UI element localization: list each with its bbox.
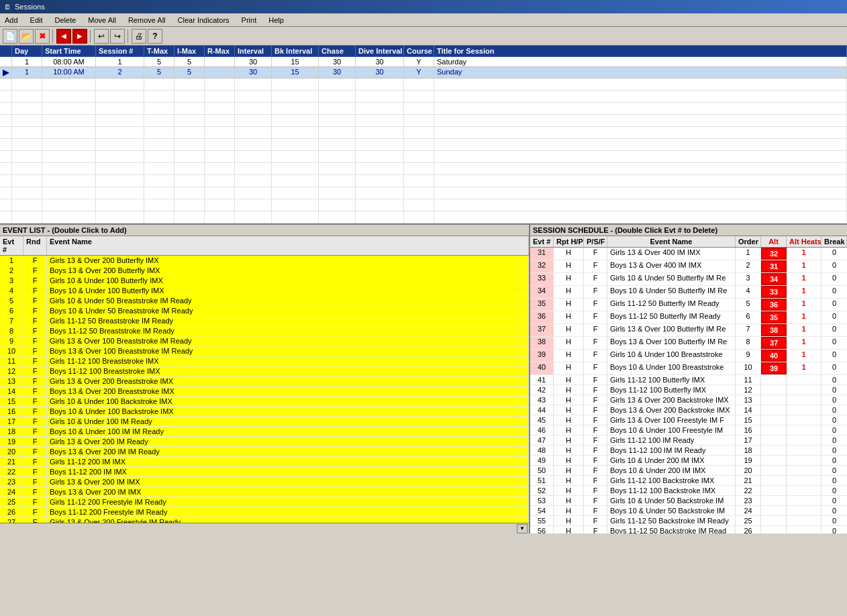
event-row[interactable]: 13FGirls 13 & Over 200 Breaststroke IMX bbox=[0, 376, 529, 387]
schedule-row[interactable]: 51HFGirls 11-12 100 Backstroke IMX210 bbox=[530, 476, 847, 486]
sched-psf: F bbox=[584, 466, 607, 475]
session-interval-1: 30 bbox=[235, 57, 272, 66]
event-row[interactable]: 19FGirls 13 & Over 200 IM Ready bbox=[0, 437, 529, 447]
sched-order: 11 bbox=[736, 375, 761, 384]
schedule-row[interactable]: 32HFBoys 13 & Over 400 IM IMX23110 bbox=[530, 260, 847, 273]
schedule-row[interactable]: 37HFGirls 13 & Over 100 Butterfly IM Re7… bbox=[530, 324, 847, 337]
menu-add[interactable]: Add bbox=[3, 15, 20, 25]
menu-remove-all[interactable]: Remove All bbox=[126, 15, 168, 25]
event-name: Girls 13 & Over 200 Freestyle IM Ready bbox=[47, 517, 518, 523]
event-row[interactable]: 17FGirls 10 & Under 100 IM Ready bbox=[0, 417, 529, 427]
schedule-row[interactable]: 45HFGirls 13 & Over 100 Freestyle IM F15… bbox=[530, 415, 847, 425]
sched-evt-num: 49 bbox=[530, 456, 554, 465]
menu-print[interactable]: Print bbox=[240, 15, 259, 25]
schedule-row[interactable]: 35HFGirls 11-12 50 Butterfly IM Ready536… bbox=[530, 299, 847, 311]
event-row[interactable]: 15FGirls 10 & Under 100 Backstroke IMX bbox=[0, 397, 529, 407]
event-row[interactable]: 10FBoys 13 & Over 100 Breaststroke IM Re… bbox=[0, 346, 529, 356]
event-scroll bbox=[518, 387, 529, 396]
event-row[interactable]: 16FBoys 10 & Under 100 Backstroke IMX bbox=[0, 407, 529, 417]
sched-rpt: H bbox=[554, 415, 584, 425]
schedule-row[interactable]: 54HFBoys 10 & Under 50 Backstroke IM240 bbox=[530, 506, 847, 516]
schedule-row[interactable]: 34HFBoys 10 & Under 50 Butterfly IM Re43… bbox=[530, 286, 847, 299]
schedule-row[interactable]: 43HFGirls 13 & Over 200 Backstroke IMX13… bbox=[530, 395, 847, 405]
event-row[interactable]: 3FGirls 10 & Under 100 Butterfly IMX bbox=[0, 276, 529, 286]
menu-move-all[interactable]: Move All bbox=[86, 15, 118, 25]
redo-button[interactable]: ↪ bbox=[110, 29, 125, 44]
event-row[interactable]: 25FGirls 11-12 200 Freestyle IM Ready bbox=[0, 497, 529, 507]
event-row[interactable]: 27FGirls 13 & Over 200 Freestyle IM Read… bbox=[0, 517, 529, 523]
event-row[interactable]: 11FGirls 11-12 100 Breaststroke IMX bbox=[0, 356, 529, 366]
sched-order: 19 bbox=[736, 456, 761, 465]
new-button[interactable]: 📄 bbox=[3, 29, 17, 44]
event-list-scrollbar[interactable]: ▼ bbox=[0, 523, 529, 533]
menu-clear-indicators[interactable]: Clear Indicators bbox=[176, 15, 232, 25]
sched-evt-num: 42 bbox=[530, 385, 554, 395]
schedule-row[interactable]: 50HFBoys 10 & Under 200 IM IMX200 bbox=[530, 466, 847, 476]
sched-break: 0 bbox=[821, 526, 847, 533]
event-row[interactable]: 7FGirls 11-12 50 Breaststroke IM Ready bbox=[0, 316, 529, 326]
event-row[interactable]: 8FBoys 11-12 50 Breaststroke IM Ready bbox=[0, 326, 529, 336]
event-row[interactable]: 22FBoys 11-12 200 IM IMX bbox=[0, 467, 529, 477]
schedule-row[interactable]: 40HFBoys 10 & Under 100 Breaststroke1039… bbox=[530, 362, 847, 375]
event-row[interactable]: 14FBoys 13 & Over 200 Breaststroke IMX bbox=[0, 387, 529, 397]
col-session: Session # bbox=[96, 46, 144, 57]
sched-break: 0 bbox=[821, 248, 847, 260]
next-button[interactable]: ▶ bbox=[72, 29, 87, 44]
prev-button[interactable]: ◀ bbox=[56, 29, 71, 44]
event-row[interactable]: 2FBoys 13 & Over 200 Butterfly IMX bbox=[0, 266, 529, 276]
schedule-row[interactable]: 39HFGirls 10 & Under 100 Breaststroke940… bbox=[530, 350, 847, 362]
sched-break: 0 bbox=[821, 446, 847, 455]
event-row[interactable]: 9FGirls 13 & Over 100 Breaststroke IM Re… bbox=[0, 336, 529, 346]
event-row[interactable]: 12FBoys 11-12 100 Breaststroke IMX bbox=[0, 366, 529, 376]
schedule-row[interactable]: 41HFGirls 11-12 100 Butterfly IMX110 bbox=[530, 375, 847, 385]
event-row[interactable]: 5FGirls 10 & Under 50 Breaststroke IM Re… bbox=[0, 296, 529, 306]
print-button[interactable]: 🖨 bbox=[132, 29, 146, 44]
menu-edit[interactable]: Edit bbox=[28, 15, 45, 25]
schedule-row[interactable]: 56HFBoys 11-12 50 Backstroke IM Read260 bbox=[530, 526, 847, 533]
event-scroll bbox=[518, 296, 529, 305]
scroll-down-arrow[interactable]: ▼ bbox=[517, 524, 528, 533]
sched-evt-num: 48 bbox=[530, 446, 554, 455]
sched-rpt: H bbox=[554, 385, 584, 395]
menu-help[interactable]: Help bbox=[266, 15, 286, 25]
event-scroll bbox=[518, 467, 529, 476]
schedule-row[interactable]: 36HFBoys 11-12 50 Butterfly IM Ready6351… bbox=[530, 311, 847, 324]
schedule-row[interactable]: 33HFGirls 10 & Under 50 Butterfly IM Re3… bbox=[530, 273, 847, 286]
event-row[interactable]: 24FBoys 13 & Over 200 IM IMX bbox=[0, 487, 529, 497]
schedule-row[interactable]: 38HFBoys 13 & Over 100 Butterfly IM Re83… bbox=[530, 337, 847, 350]
schedule-row[interactable]: 55HFGirls 11-12 50 Backstroke IM Ready25… bbox=[530, 516, 847, 526]
event-row[interactable]: 26FBoys 11-12 200 Freestyle IM Ready bbox=[0, 507, 529, 517]
sched-alt: 31 bbox=[761, 260, 787, 272]
schedule-row[interactable]: 44HFBoys 13 & Over 200 Backstroke IMX140 bbox=[530, 405, 847, 415]
schedule-row[interactable]: 46HFBoys 10 & Under 100 Freestyle IM160 bbox=[530, 425, 847, 435]
schedule-row[interactable]: 42HFBoys 11-12 100 Butterfly IMX120 bbox=[530, 385, 847, 395]
event-row[interactable]: 23FGirls 13 & Over 200 IM IMX bbox=[0, 477, 529, 487]
schedule-row[interactable]: 48HFBoys 11-12 100 IM IM Ready180 bbox=[530, 446, 847, 456]
sched-order: 1 bbox=[736, 248, 761, 260]
menu-delete[interactable]: Delete bbox=[53, 15, 79, 25]
schedule-row[interactable]: 49HFGirls 10 & Under 200 IM IMX190 bbox=[530, 456, 847, 466]
session-row-1[interactable]: 1 08:00 AM 1 5 5 30 15 30 30 Y Saturday bbox=[0, 57, 847, 67]
open-button[interactable]: 📂 bbox=[19, 29, 34, 44]
event-row[interactable]: 18FBoys 10 & Under 100 IM IM Ready bbox=[0, 427, 529, 437]
schedule-row[interactable]: 31HFGirls 13 & Over 400 IM IMX13210 bbox=[530, 248, 847, 260]
session-row-2[interactable]: ▶ 1 10:00 AM 2 5 5 30 15 30 30 Y Sunday bbox=[0, 67, 847, 79]
schedule-row[interactable]: 53HFGirls 10 & Under 50 Backstroke IM230 bbox=[530, 496, 847, 506]
sched-order: 26 bbox=[736, 526, 761, 533]
sched-alt-heats: 1 bbox=[787, 311, 821, 323]
sched-name: Boys 10 & Under 200 IM IMX bbox=[607, 466, 736, 475]
event-row[interactable]: 21FGirls 11-12 200 IM IMX bbox=[0, 457, 529, 467]
event-row[interactable]: 1FGirls 13 & Over 200 Butterfly IMX bbox=[0, 256, 529, 266]
schedule-row[interactable]: 47HFGirls 11-12 100 IM Ready170 bbox=[530, 435, 847, 446]
help-button[interactable]: ? bbox=[148, 29, 162, 44]
event-row[interactable]: 4FBoys 10 & Under 100 Butterfly IMX bbox=[0, 286, 529, 296]
event-row[interactable]: 20FBoys 13 & Over 200 IM IM Ready bbox=[0, 447, 529, 457]
sched-alt bbox=[761, 435, 787, 445]
event-num: 4 bbox=[0, 286, 23, 295]
delete-button[interactable]: ✖ bbox=[35, 29, 50, 44]
event-row[interactable]: 6FBoys 10 & Under 50 Breaststroke IM Rea… bbox=[0, 306, 529, 316]
schedule-row[interactable]: 52HFBoys 11-12 100 Backstroke IMX220 bbox=[530, 486, 847, 496]
event-name: Girls 13 & Over 200 Breaststroke IMX bbox=[47, 376, 518, 386]
sched-name: Girls 10 & Under 50 Backstroke IM bbox=[607, 496, 736, 505]
undo-button[interactable]: ↩ bbox=[94, 29, 109, 44]
